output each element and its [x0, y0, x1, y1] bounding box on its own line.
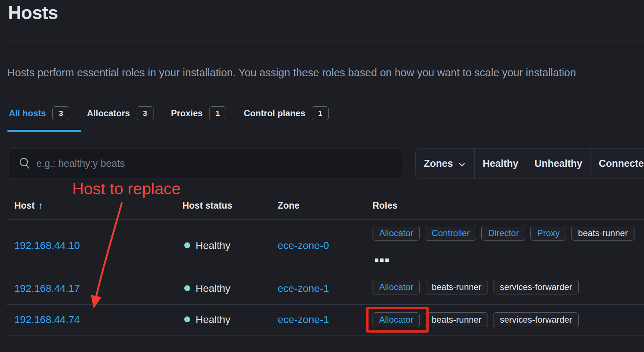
filter-healthy-label: Healthy — [483, 158, 519, 169]
healthy-status-dot — [184, 316, 190, 322]
tab-bar: All hosts 3 Allocators 3 Proxies 1 Contr… — [9, 104, 329, 122]
role-badge-beats-runner: beats-runner — [571, 226, 634, 241]
filter-unhealthy-label: Unhealthy — [534, 158, 582, 169]
role-badge-controller[interactable]: Controller — [425, 226, 476, 241]
role-badge-allocator[interactable]: Allocator — [373, 226, 420, 241]
role-badge-allocator[interactable]: Allocator — [373, 312, 420, 327]
healthy-status-dot — [184, 285, 190, 291]
column-header-label: Roles — [373, 200, 397, 211]
host-status: Healthy — [196, 240, 230, 252]
zone-link[interactable]: ece-zone-1 — [278, 283, 329, 294]
search-input[interactable] — [36, 149, 389, 178]
host-status: Healthy — [196, 314, 230, 326]
table-divider — [7, 219, 644, 220]
role-badge-beats-runner: beats-runner — [425, 312, 488, 327]
column-header-roles: Roles — [373, 200, 397, 211]
column-header-host-status: Host status — [182, 200, 232, 211]
tab-allocators[interactable]: Allocators 3 — [87, 106, 153, 120]
filter-unhealthy-button[interactable]: Unhealthy — [526, 148, 591, 179]
column-header-label: Zone — [278, 200, 300, 211]
annotation-host-to-replace-label: Host to replace — [72, 180, 181, 198]
tab-bar-divider — [7, 132, 644, 132]
column-header-label: Host status — [182, 200, 232, 211]
tab-label: Control planes — [244, 108, 305, 118]
role-badge-director[interactable]: Director — [481, 226, 525, 241]
hosts-page: Hosts Hosts perform essential roles in y… — [0, 0, 644, 352]
tab-label: All hosts — [9, 108, 46, 118]
healthy-status-dot — [184, 242, 190, 248]
page-description: Hosts perform essential roles in your in… — [7, 67, 644, 79]
host-status: Healthy — [196, 283, 230, 294]
tab-control-planes[interactable]: Control planes 1 — [244, 106, 329, 120]
title-divider — [7, 41, 644, 41]
column-header-zone: Zone — [278, 200, 300, 211]
filter-connected-button[interactable]: Connected — [591, 148, 644, 179]
role-badge-services-forwarder: services-forwarder — [493, 312, 578, 327]
chevron-down-icon — [458, 160, 466, 169]
active-tab-underline — [7, 130, 81, 132]
page-title: Hosts — [8, 2, 58, 23]
column-header-label: Host — [14, 200, 35, 211]
host-link[interactable]: 192.168.44.17 — [14, 283, 80, 294]
filter-healthy-button[interactable]: Healthy — [474, 148, 527, 179]
filter-group: Zones Healthy Unhealthy Connected — [415, 148, 644, 179]
role-badge-services-forwarder: services-forwarder — [493, 280, 578, 294]
tab-count-badge: 1 — [312, 106, 329, 120]
table-divider — [7, 276, 644, 276]
roles-list: Allocator beats-runner services-forwarde… — [373, 312, 579, 327]
tab-count-badge: 1 — [209, 106, 226, 120]
roles-list: Allocator Controller Director Proxy beat… — [373, 226, 634, 241]
tab-count-badge: 3 — [137, 106, 153, 120]
tab-count-badge: 3 — [52, 106, 69, 120]
host-link[interactable]: 192.168.44.10 — [14, 240, 80, 252]
search-icon — [19, 157, 31, 170]
tab-all-hosts[interactable]: All hosts 3 — [9, 106, 69, 120]
tab-proxies[interactable]: Proxies 1 — [171, 106, 226, 120]
table-divider — [7, 304, 644, 305]
role-badge-proxy[interactable]: Proxy — [530, 226, 566, 241]
tab-label: Allocators — [87, 108, 130, 118]
search-box — [8, 148, 402, 179]
sort-ascending-icon: ↑ — [38, 200, 43, 211]
filter-connected-label: Connected — [599, 158, 644, 169]
zone-link[interactable]: ece-zone-0 — [278, 240, 329, 252]
host-link[interactable]: 192.168.44.74 — [14, 314, 80, 326]
roles-list: Allocator beats-runner services-forwarde… — [373, 280, 579, 294]
tab-label: Proxies — [171, 108, 203, 118]
zones-filter-dropdown[interactable]: Zones — [416, 148, 474, 179]
table-divider — [7, 336, 644, 336]
role-badge-beats-runner: beats-runner — [425, 280, 488, 294]
zones-filter-label: Zones — [424, 158, 453, 169]
column-header-host[interactable]: Host ↑ — [14, 200, 43, 211]
more-roles-ellipsis-button[interactable] — [375, 258, 389, 262]
role-badge-allocator[interactable]: Allocator — [373, 280, 420, 294]
zone-link[interactable]: ece-zone-1 — [278, 314, 329, 326]
